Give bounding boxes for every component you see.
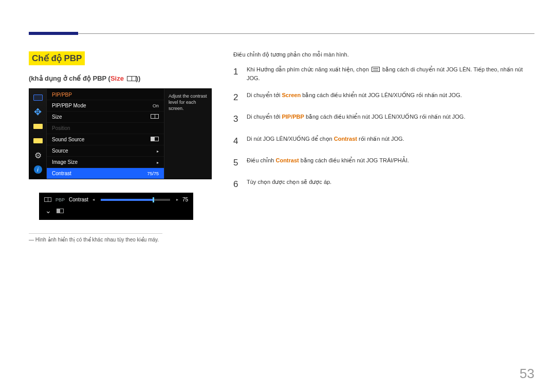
osd-contrast-label: Contrast <box>52 171 71 176</box>
step-num-1: 1 <box>233 65 240 83</box>
footnote: ― Hình ảnh hiển thị có thể khác nhau tùy… <box>29 237 219 242</box>
osd-row-contrast: Contrast 75/75 <box>47 167 164 179</box>
menu-icon <box>372 67 380 72</box>
slider-right-arrow-icon: ▸ <box>176 197 178 202</box>
step5-b: bằng cách điều khiển nút JOG TRÁI/PHẢI. <box>299 157 409 163</box>
step1-a: Khi Hướng dẫn phím chức năng xuất hiện, … <box>247 66 371 72</box>
osd-size-value-icon <box>151 114 159 120</box>
osd-row-mode: PIP/PBP Mode On <box>47 100 164 111</box>
slider-value: 75 <box>182 197 188 202</box>
step3-b: bằng cách điều khiển nút JOG LÊN/XUỐNG r… <box>304 114 466 120</box>
step-num-5: 5 <box>233 156 240 170</box>
sb-settings-icon <box>33 151 43 160</box>
left-column: Chế độ PBP (khả dụng ở chế độ PBP (Size … <box>29 51 219 242</box>
sb-info-icon <box>33 165 43 174</box>
osd-source-arrow-icon <box>157 148 159 154</box>
step-1: 1 Khi Hướng dẫn phím chức năng xuất hiện… <box>233 65 531 83</box>
step3-a: Di chuyển tới <box>247 114 282 120</box>
page-number: 53 <box>520 366 534 382</box>
slider-return-icon <box>57 209 64 213</box>
step-num-4: 4 <box>233 135 240 148</box>
pbp-size-icon <box>127 76 136 81</box>
step-3: 3 Di chuyển tới PIP/PBP bằng cách điều k… <box>233 113 531 126</box>
slider-track <box>101 199 170 201</box>
osd-source-label: Source <box>52 148 68 154</box>
slider-size-icon <box>44 197 51 202</box>
step4-a: Di nút JOG LÊN/XUỐNG để chọn <box>247 136 334 142</box>
step-num-2: 2 <box>233 91 240 104</box>
osd-contrast-value: 75/75 <box>147 171 159 176</box>
slider-pbp-tag: PBP <box>55 197 65 202</box>
slider-osd: PBP Contrast ◂ ▸ 75 <box>39 193 193 220</box>
step5-a: Điều chỉnh <box>247 157 275 163</box>
header-accent <box>29 32 78 35</box>
osd-row-size: Size <box>47 111 164 122</box>
step-4: 4 Di nút JOG LÊN/XUỐNG để chọn Contrast … <box>233 135 531 148</box>
subtitle-size-word: Size <box>110 74 124 82</box>
osd-position-label: Position <box>52 125 70 131</box>
osd-header: PIP/PBP <box>47 89 164 100</box>
osd-tip: Adjust the contrast level for each scree… <box>164 89 211 179</box>
osd-sidebar <box>29 89 47 179</box>
step3-pip: PIP/PBP <box>282 114 304 120</box>
step4-b: rồi nhấn nút JOG. <box>357 136 404 142</box>
osd-sound-label: Sound Source <box>52 137 84 142</box>
osd-row-sound: Sound Source <box>47 134 164 145</box>
step-num-6: 6 <box>233 178 240 191</box>
sb-picture-icon <box>33 93 43 102</box>
step2-a: Di chuyển tới <box>247 92 282 98</box>
sb-screen-icon <box>33 122 43 131</box>
osd-sound-value-icon <box>151 137 159 142</box>
step4-contrast: Contrast <box>334 136 357 142</box>
subtitle: (khả dụng ở chế độ PBP (Size )) <box>29 74 219 82</box>
step5-contrast: Contrast <box>275 157 299 163</box>
step-2: 2 Di chuyển tới Screen bằng cách điều kh… <box>233 91 531 104</box>
osd-row-position: Position <box>47 122 164 134</box>
sb-nav-icon <box>33 107 43 117</box>
slider-down-icon <box>45 207 51 215</box>
slider-left-arrow-icon: ◂ <box>92 197 95 202</box>
sb-pip-icon <box>33 136 43 145</box>
section-title: Chế độ PBP <box>29 51 85 65</box>
step2-b: bằng cách điều khiển nút JOG LÊN/XUỐNG r… <box>301 92 462 98</box>
intro-line: Điều chỉnh độ tương phản cho mỗi màn hìn… <box>233 51 531 58</box>
osd-size-label: Size <box>52 114 62 120</box>
osd-menu: PIP/PBP PIP/PBP Mode On Size Position <box>29 88 212 179</box>
osd-row-source: Source <box>47 145 164 156</box>
osd-list: PIP/PBP PIP/PBP Mode On Size Position <box>47 89 164 179</box>
header-rule <box>29 33 534 34</box>
step-6: 6 Tùy chọn được chọn sẽ được áp. <box>233 178 531 191</box>
right-column: Điều chỉnh độ tương phản cho mỗi màn hìn… <box>233 51 531 200</box>
footnote-rule <box>29 233 162 234</box>
osd-imgsize-label: Image Size <box>52 159 78 165</box>
step2-screen: Screen <box>282 92 301 98</box>
step-num-3: 3 <box>233 113 240 126</box>
subtitle-prefix: (khả dụng ở chế độ PBP ( <box>29 74 110 82</box>
slider-label: Contrast <box>69 197 88 202</box>
osd-mode-label: PIP/PBP Mode <box>52 103 86 108</box>
subtitle-suffix: )) <box>136 74 141 82</box>
step6: Tùy chọn được chọn sẽ được áp. <box>247 179 331 185</box>
osd-row-imgsize: Image Size <box>47 156 164 167</box>
osd-imgsize-arrow-icon <box>157 160 159 165</box>
step-5: 5 Điều chỉnh Contrast bằng cách điều khi… <box>233 156 531 170</box>
osd-mode-value: On <box>153 103 159 108</box>
